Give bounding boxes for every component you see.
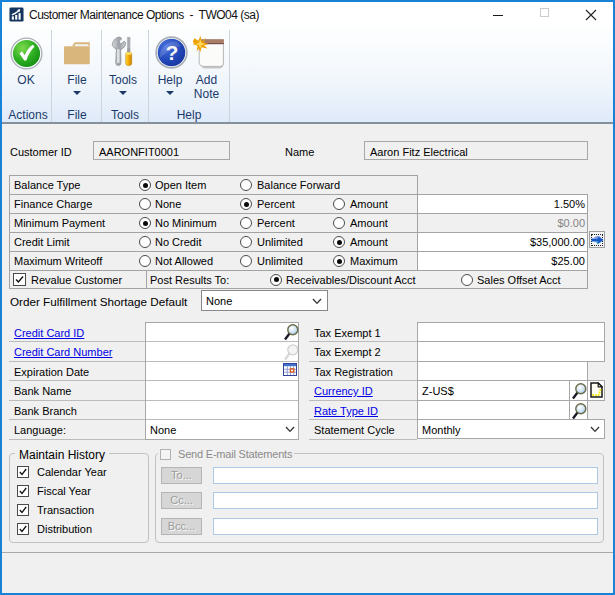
svg-text:?: ? [165, 40, 178, 63]
